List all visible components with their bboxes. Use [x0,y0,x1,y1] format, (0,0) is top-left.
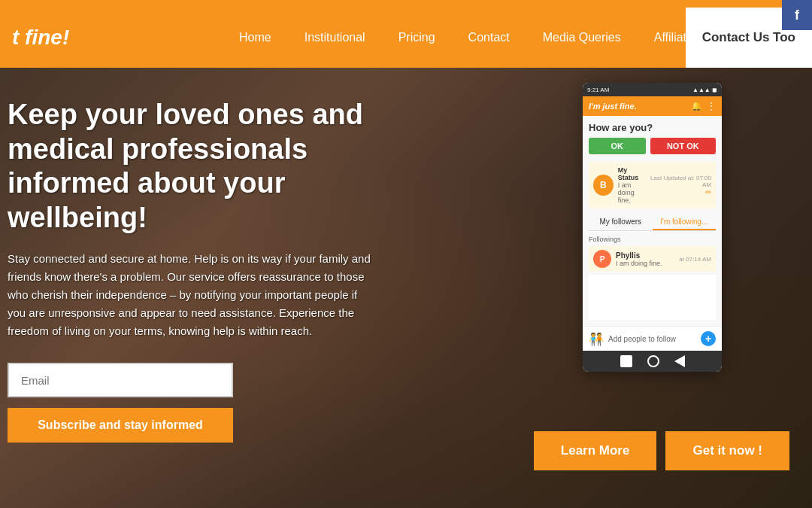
phone-status-bar: 9:21 AM ▲▲▲ ◼ [583,83,722,96]
status-label: My Status [618,166,639,181]
hero-section: Keep your loved ones and medical profess… [0,68,812,508]
phone-logo: I'm just fine. [589,102,637,111]
nav-home[interactable]: Home [223,31,288,44]
nav-media-queries[interactable]: Media Queries [526,31,638,44]
add-people-icon-decoration: 🧑‍🤝‍🧑 [589,332,604,346]
following-name: Phyllis [616,251,662,260]
add-people-bar: 🧑‍🤝‍🧑 Add people to follow + [583,326,722,351]
following-item: P Phyllis I am doing fine. at 07:14 AM [589,246,716,272]
hero-description: Stay connected and secure at home. Help … [8,250,376,340]
phone-tabs: My followers I'm following... [589,214,716,231]
phone-spacer [589,275,716,320]
following-avatar: P [593,250,611,268]
logo[interactable]: t fine! [0,20,120,56]
status-info: My Status I am doing fine. [618,166,639,204]
menu-icon: ⋮ [707,101,716,111]
status-time-area: Last Updated at: 07:00 AM ✏ [643,175,711,196]
phone-header: I'm just fine. 🔔 ⋮ [583,96,722,116]
hero-title: Keep your loved ones and medical profess… [8,98,429,235]
nav-contact[interactable]: Contact [452,31,526,44]
phone-body: How are you? OK NOT OK B My Status I am … [583,116,722,326]
following-time: at 07:14 AM [679,256,711,263]
status-time: 9:21 AM [587,87,609,93]
status-icons: ▲▲▲ ◼ [692,87,717,93]
phone-header-icons: 🔔 ⋮ [691,101,716,111]
phone-nav-bar [583,351,722,372]
phone-nav-square[interactable] [620,355,632,367]
how-are-you-label: How are you? [589,122,716,133]
email-input[interactable] [8,363,233,397]
edit-icon[interactable]: ✏ [643,188,711,196]
get-now-button[interactable]: Get it now ! [665,431,789,470]
navigation: t fine! Home Institutional Pricing Conta… [0,8,812,68]
phone-nav-back[interactable] [674,355,685,367]
nav-institutional[interactable]: Institutional [288,31,382,44]
facebook-icon[interactable]: f [782,0,812,30]
nav-pricing[interactable]: Pricing [382,31,452,44]
tab-im-following[interactable]: I'm following... [653,214,717,230]
ok-button[interactable]: OK [589,138,646,154]
following-status: I am doing fine. [616,260,662,267]
hero-bottom-buttons: Learn More Get it now ! [534,431,789,470]
status-avatar: B [593,175,614,196]
add-people-button[interactable]: + [701,331,716,346]
hero-content: Keep your loved ones and medical profess… [0,68,451,465]
bell-icon: 🔔 [691,101,702,111]
subscribe-button[interactable]: Subscribe and stay informed [8,408,233,443]
tab-my-followers[interactable]: My followers [589,214,653,230]
following-details: Phyllis I am doing fine. [616,251,662,267]
top-bar: f [0,0,812,8]
status-buttons: OK NOT OK [589,138,716,154]
status-text: I am doing fine. [618,181,639,204]
learn-more-button[interactable]: Learn More [534,431,657,470]
phone-nav-circle[interactable] [647,355,659,367]
add-people-text: Add people to follow [608,335,696,343]
followings-label: Followings [589,236,716,243]
not-ok-button[interactable]: NOT OK [650,138,716,154]
phone-mockup: 9:21 AM ▲▲▲ ◼ I'm just fine. 🔔 ⋮ How are… [583,83,722,372]
logo-text: t fine! [12,26,69,49]
my-status-card: B My Status I am doing fine. Last Update… [589,162,716,208]
status-last-updated: Last Updated at: 07:00 AM [643,175,711,188]
